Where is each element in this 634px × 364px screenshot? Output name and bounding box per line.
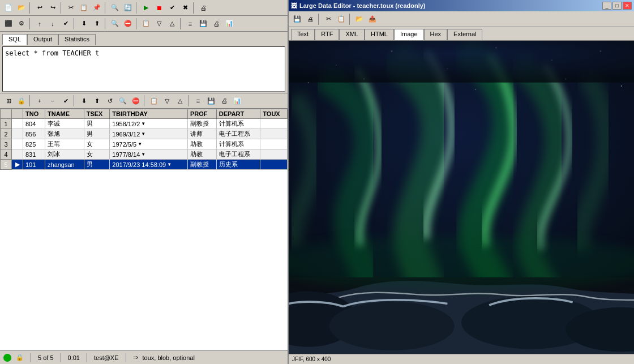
date-dropdown-arrow[interactable]: ▼ bbox=[141, 131, 145, 136]
tb2-btn4[interactable]: ↓ bbox=[46, 18, 59, 30]
cell-depart[interactable]: 电子工程系 bbox=[216, 129, 260, 139]
cell-tbirthday[interactable]: 1958/12/2 ▼ bbox=[110, 119, 188, 129]
tb2-btn10[interactable]: 📋 bbox=[140, 18, 152, 30]
tb2-btn5[interactable]: ✔ bbox=[59, 18, 72, 30]
tb2-btn9[interactable]: ⛔ bbox=[122, 18, 134, 30]
tb2-btn13[interactable]: ≡ bbox=[184, 18, 196, 30]
cell-tname[interactable]: zhangsan bbox=[45, 160, 84, 170]
grid-copy-btn[interactable]: 📋 bbox=[148, 95, 160, 107]
grid-find-btn[interactable]: 🔍 bbox=[117, 95, 129, 107]
cell-depart[interactable]: 计算机系 bbox=[216, 119, 260, 129]
cell-tno[interactable]: 825 bbox=[23, 139, 45, 149]
tab-output[interactable]: Output bbox=[27, 34, 58, 45]
tb2-btn16[interactable]: 📊 bbox=[223, 18, 235, 30]
rt-save-btn[interactable]: 💾 bbox=[291, 13, 303, 25]
grid-layout-btn[interactable]: ⊞ bbox=[2, 95, 15, 107]
print-btn[interactable]: 🖨 bbox=[197, 2, 209, 14]
right-close-btn[interactable]: ✕ bbox=[623, 2, 632, 10]
redo-btn[interactable]: ↪ bbox=[46, 2, 59, 14]
cell-toux[interactable] bbox=[260, 149, 288, 160]
tb2-btn2[interactable]: ⚙ bbox=[15, 18, 28, 30]
paste-btn[interactable]: 📌 bbox=[91, 2, 103, 14]
grid-sort-asc-btn[interactable]: ⬇ bbox=[78, 95, 90, 107]
rt-copy-btn[interactable]: 📋 bbox=[335, 13, 348, 25]
grid-add-btn[interactable]: + bbox=[33, 95, 46, 107]
date-dropdown-arrow[interactable]: ▼ bbox=[138, 142, 142, 147]
tab-html[interactable]: HTML bbox=[365, 29, 394, 40]
grid-nav-up-btn[interactable]: △ bbox=[174, 95, 186, 107]
tab-image[interactable]: Image bbox=[394, 29, 424, 40]
col-tbirthday[interactable]: TBIRTHDAY bbox=[110, 109, 188, 119]
grid-filter-btn[interactable]: ⛔ bbox=[130, 95, 142, 107]
grid-sort-desc-btn[interactable]: ⬆ bbox=[91, 95, 103, 107]
commit-btn[interactable]: ✔ bbox=[166, 2, 178, 14]
stop-btn[interactable]: ⏹ bbox=[153, 2, 165, 14]
tab-external[interactable]: External bbox=[447, 29, 482, 40]
cell-toux[interactable] bbox=[260, 129, 288, 139]
table-row[interactable]: 5 ▶ 101 zhangsan 男 2017/9/23 14:58:09 ▼ … bbox=[1, 160, 288, 170]
tab-statistics[interactable]: Statistics bbox=[58, 34, 96, 45]
grid-col-btn[interactable]: ≡ bbox=[192, 95, 204, 107]
date-dropdown-arrow[interactable]: ▼ bbox=[141, 121, 145, 126]
find-btn[interactable]: 🔍 bbox=[109, 2, 121, 14]
tb2-btn12[interactable]: △ bbox=[166, 18, 178, 30]
sql-editor[interactable]: select * from TEACHER t bbox=[2, 46, 285, 92]
cell-tsex[interactable]: 男 bbox=[84, 160, 110, 170]
cell-tname[interactable]: 刘冰 bbox=[45, 149, 84, 160]
col-toux[interactable]: TOUX bbox=[260, 109, 288, 119]
grid-save-btn[interactable]: 💾 bbox=[205, 95, 217, 107]
date-dropdown-arrow[interactable]: ▼ bbox=[167, 162, 172, 167]
cell-tname[interactable]: 张旭 bbox=[45, 129, 84, 139]
cell-tsex[interactable]: 男 bbox=[84, 129, 110, 139]
table-row[interactable]: 4 831 刘冰 女 1977/8/14 ▼ 助教 电子工程系 bbox=[1, 149, 288, 160]
cell-prof[interactable]: 助教 bbox=[188, 139, 217, 149]
cell-tno[interactable]: 856 bbox=[23, 129, 45, 139]
tab-rtf[interactable]: RTF bbox=[315, 29, 339, 40]
tb2-btn8[interactable]: 🔍 bbox=[109, 18, 121, 30]
run-btn[interactable]: ▶ bbox=[140, 2, 152, 14]
tab-xml[interactable]: XML bbox=[339, 29, 365, 40]
tb2-btn6[interactable]: ⬇ bbox=[78, 18, 90, 30]
rt-cut-btn[interactable]: ✂ bbox=[322, 13, 335, 25]
grid-confirm-btn[interactable]: ✔ bbox=[59, 95, 72, 107]
table-row[interactable]: 2 856 张旭 男 1969/3/12 ▼ 讲师 电子工程系 bbox=[1, 129, 288, 139]
cell-prof[interactable]: 助教 bbox=[188, 149, 217, 160]
tb2-btn1[interactable]: ⬛ bbox=[2, 18, 15, 30]
cell-tno[interactable]: 101 bbox=[23, 160, 45, 170]
col-tname[interactable]: TNAME bbox=[45, 109, 84, 119]
cell-tname[interactable]: 王苇 bbox=[45, 139, 84, 149]
rt-load-btn[interactable]: 📂 bbox=[353, 13, 366, 25]
grid-nav-down-btn[interactable]: ▽ bbox=[161, 95, 173, 107]
grid-chart-btn[interactable]: 📊 bbox=[231, 95, 243, 107]
copy-btn[interactable]: 📋 bbox=[78, 2, 90, 14]
tb2-btn7[interactable]: ⬆ bbox=[91, 18, 103, 30]
col-tsex[interactable]: TSEX bbox=[84, 109, 110, 119]
cell-tbirthday[interactable]: 1969/3/12 ▼ bbox=[110, 129, 188, 139]
date-dropdown-arrow[interactable]: ▼ bbox=[141, 152, 145, 157]
replace-btn[interactable]: 🔄 bbox=[122, 2, 134, 14]
cell-tbirthday[interactable]: 1977/8/14 ▼ bbox=[110, 149, 188, 160]
grid-remove-btn[interactable]: − bbox=[46, 95, 59, 107]
tb2-btn3[interactable]: ↑ bbox=[33, 18, 46, 30]
tab-hex[interactable]: Hex bbox=[424, 29, 448, 40]
tb2-btn14[interactable]: 💾 bbox=[197, 18, 209, 30]
open-btn[interactable]: 📂 bbox=[15, 2, 28, 14]
rollback-btn[interactable]: ✖ bbox=[179, 2, 191, 14]
tab-text[interactable]: Text bbox=[291, 29, 315, 40]
grid-print-btn[interactable]: 🖨 bbox=[218, 95, 230, 107]
cell-depart[interactable]: 电子工程系 bbox=[216, 149, 260, 160]
right-maximize-btn[interactable]: □ bbox=[612, 2, 622, 10]
cell-tbirthday[interactable]: 1972/5/5 ▼ bbox=[110, 139, 188, 149]
table-row[interactable]: 1 804 李诚 男 1958/12/2 ▼ 副教授 计算机系 bbox=[1, 119, 288, 129]
cell-tname[interactable]: 李诚 bbox=[45, 119, 84, 129]
rt-print-btn[interactable]: 🖨 bbox=[304, 13, 316, 25]
tb2-btn15[interactable]: 🖨 bbox=[210, 18, 222, 30]
cell-depart[interactable]: 计算机系 bbox=[216, 139, 260, 149]
cell-toux[interactable] bbox=[260, 160, 288, 170]
cell-toux[interactable] bbox=[260, 119, 288, 129]
table-row[interactable]: 3 825 王苇 女 1972/5/5 ▼ 助教 计算机系 bbox=[1, 139, 288, 149]
col-prof[interactable]: PROF bbox=[188, 109, 217, 119]
col-depart[interactable]: DEPART bbox=[216, 109, 260, 119]
grid-lock-btn[interactable]: 🔒 bbox=[15, 95, 28, 107]
right-minimize-btn[interactable]: _ bbox=[602, 2, 611, 10]
